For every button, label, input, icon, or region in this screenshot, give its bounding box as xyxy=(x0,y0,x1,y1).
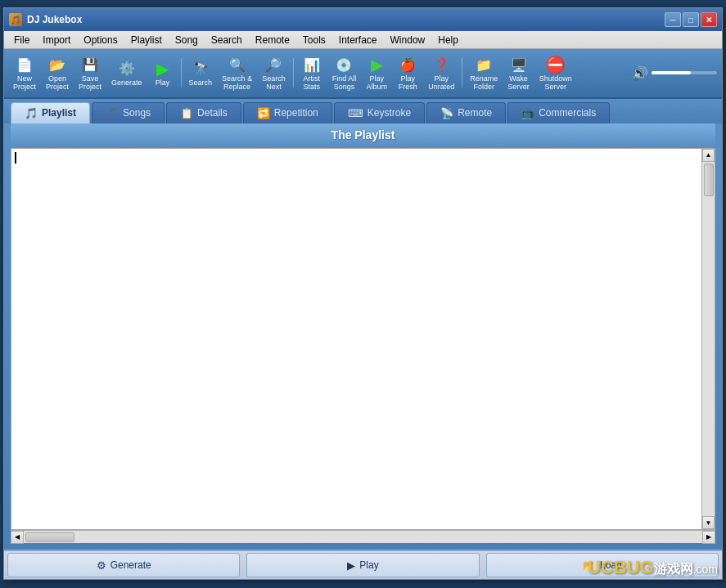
scroll-up-button[interactable]: ▲ xyxy=(702,149,715,162)
toolbar-new-project[interactable]: 📄 NewProject xyxy=(9,52,40,94)
find-all-album-icon: 💿 xyxy=(334,55,354,74)
load-bottom-icon: 📂 xyxy=(583,559,596,572)
tab-remote[interactable]: 📡 Remote xyxy=(426,102,506,123)
toolbar-find-all-album[interactable]: 💿 Find AllSongs xyxy=(328,52,361,94)
toolbar-play[interactable]: ▶ Play xyxy=(148,56,178,90)
vertical-scrollbar[interactable]: ▲ ▼ xyxy=(701,149,715,529)
repetition-tab-icon: 🔁 xyxy=(257,107,270,119)
toolbar-play-unrated[interactable]: ❓ PlayUnrated xyxy=(424,52,458,94)
scroll-right-button[interactable]: ▶ xyxy=(702,531,715,544)
scroll-down-button[interactable]: ▼ xyxy=(702,516,715,529)
keystroke-tab-label: Keystroke xyxy=(368,107,411,119)
h-scroll-track xyxy=(24,531,702,544)
details-tab-icon: 📋 xyxy=(180,107,193,119)
playlist-tab-label: Playlist xyxy=(42,107,76,119)
toolbar-save-project[interactable]: 💾 SaveProject xyxy=(74,52,106,94)
menu-song[interactable]: Song xyxy=(169,33,205,47)
menu-playlist[interactable]: Playlist xyxy=(124,33,169,47)
toolbar-open-project[interactable]: 📂 OpenProject xyxy=(42,52,73,94)
tab-playlist[interactable]: 🎵 Playlist xyxy=(11,102,90,123)
minimize-button[interactable]: ─ xyxy=(665,12,681,27)
window-title: DJ Jukebox xyxy=(27,14,665,25)
play-bottom-label: Play xyxy=(359,559,378,571)
toolbar-play-fresh[interactable]: 🍎 PlayFresh xyxy=(393,52,422,94)
artist-stats-label: ArtistStats xyxy=(303,75,320,92)
play-bottom-button[interactable]: ▶ Play xyxy=(246,553,479,577)
menu-window[interactable]: Window xyxy=(384,33,432,47)
tab-keystroke[interactable]: ⌨ Keystroke xyxy=(334,102,425,123)
wake-server-icon: 🖥️ xyxy=(509,55,529,74)
generate-bottom-label: Generate xyxy=(110,559,151,571)
open-project-label: OpenProject xyxy=(46,75,69,92)
separator-1 xyxy=(181,58,182,88)
tab-details[interactable]: 📋 Details xyxy=(166,102,241,123)
playlist-title: The Playlist xyxy=(331,128,395,141)
app-icon: 🎵 xyxy=(9,13,22,26)
play-album-icon: ▶ xyxy=(367,55,386,74)
horizontal-scrollbar[interactable]: ◀ ▶ xyxy=(11,530,715,543)
toolbar-wake-server[interactable]: 🖥️ WakeServer xyxy=(503,52,534,94)
search-replace-label: Search &Replace xyxy=(222,75,252,92)
menu-options[interactable]: Options xyxy=(77,33,124,47)
open-project-icon: 📂 xyxy=(47,55,67,74)
play-bottom-icon: ▶ xyxy=(347,559,355,572)
songs-tab-label: Songs xyxy=(123,107,151,119)
playlist-area[interactable] xyxy=(11,149,701,529)
toolbar-play-album[interactable]: ▶ PlayAlbum xyxy=(362,52,391,94)
content-header: The Playlist xyxy=(11,123,715,146)
toolbar-generate[interactable]: ⚙️ Generate xyxy=(107,56,147,90)
tab-commercials[interactable]: 📺 Commercials xyxy=(507,102,610,123)
generate-bottom-icon: ⚙ xyxy=(97,559,106,572)
save-project-label: SaveProject xyxy=(79,75,101,92)
play-label: Play xyxy=(156,79,170,88)
commercials-tab-label: Commercials xyxy=(539,107,596,119)
volume-area: 🔊 xyxy=(632,65,717,81)
find-all-album-label: Find AllSongs xyxy=(332,75,357,92)
toolbar-artist-stats[interactable]: 📊 ArtistStats xyxy=(297,52,327,94)
new-project-label: NewProject xyxy=(13,75,36,92)
h-scroll-thumb[interactable] xyxy=(25,532,74,542)
generate-label: Generate xyxy=(111,79,142,88)
speaker-icon: 🔊 xyxy=(632,65,648,81)
close-button[interactable]: ✕ xyxy=(701,12,717,27)
keystroke-tab-icon: ⌨ xyxy=(348,107,363,119)
remote-tab-icon: 📡 xyxy=(440,107,453,119)
menu-interface[interactable]: Interface xyxy=(332,33,384,47)
commercials-tab-icon: 📺 xyxy=(521,107,534,119)
separator-3 xyxy=(462,58,462,88)
menu-remote[interactable]: Remote xyxy=(249,33,296,47)
menu-help[interactable]: Help xyxy=(431,33,465,47)
scroll-track xyxy=(702,162,715,516)
restore-button[interactable]: □ xyxy=(683,12,699,27)
artist-stats-icon: 📊 xyxy=(302,55,322,74)
toolbar-rename-folder[interactable]: 📁 RenameFolder xyxy=(466,52,502,94)
menu-file[interactable]: File xyxy=(7,33,36,47)
title-bar: 🎵 DJ Jukebox ─ □ ✕ xyxy=(4,8,722,31)
volume-slider[interactable] xyxy=(652,71,717,74)
tab-songs[interactable]: 🎵 Songs xyxy=(92,102,165,123)
toolbar-shutdown-server[interactable]: ⛔ ShutdownServer xyxy=(535,52,576,94)
toolbar-search-next[interactable]: 🔎 SearchNext xyxy=(258,52,290,94)
generate-bottom-button[interactable]: ⚙ Generate xyxy=(7,553,240,577)
play-fresh-label: PlayFresh xyxy=(399,75,417,92)
play-icon: ▶ xyxy=(153,59,173,79)
search-binoculars-icon: 🔭 xyxy=(191,59,210,79)
tab-repetition[interactable]: 🔁 Repetition xyxy=(243,102,332,123)
load-bottom-label: Load xyxy=(600,559,622,571)
menu-tools[interactable]: Tools xyxy=(296,33,332,47)
play-unrated-icon: ❓ xyxy=(431,55,451,74)
search-next-icon: 🔎 xyxy=(264,55,283,74)
wake-server-label: WakeServer xyxy=(507,75,530,92)
menu-search[interactable]: Search xyxy=(205,33,249,47)
menu-import[interactable]: Import xyxy=(36,33,77,47)
toolbar-search-replace[interactable]: 🔍 Search &Replace xyxy=(218,52,256,94)
toolbar-search[interactable]: 🔭 Search xyxy=(185,56,217,90)
scroll-thumb[interactable] xyxy=(704,164,714,196)
volume-fill xyxy=(652,71,691,74)
load-bottom-button[interactable]: 📂 Load xyxy=(486,553,719,577)
repetition-tab-label: Repetition xyxy=(274,107,318,119)
search-label: Search xyxy=(189,79,213,88)
play-unrated-label: PlayUnrated xyxy=(428,75,454,92)
scroll-left-button[interactable]: ◀ xyxy=(11,531,24,544)
remote-tab-label: Remote xyxy=(458,107,492,119)
